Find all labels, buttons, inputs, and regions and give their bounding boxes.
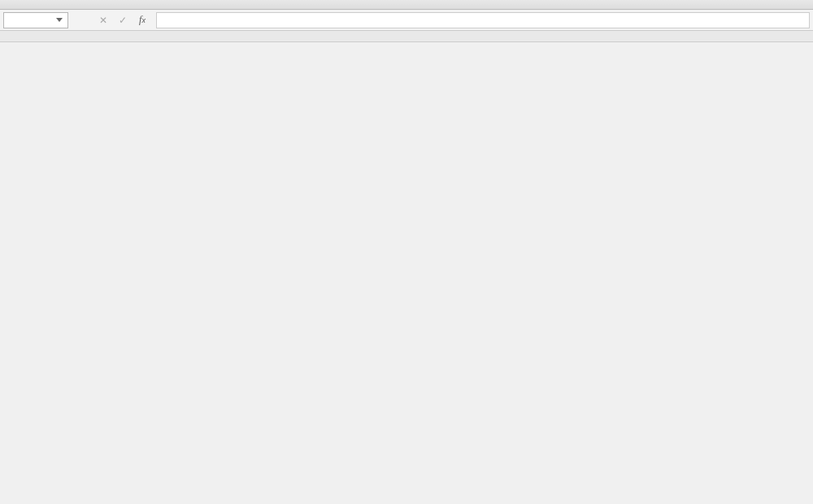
name-box[interactable] (3, 12, 68, 28)
name-box-dropdown-icon[interactable] (56, 18, 63, 22)
name-box-input[interactable] (9, 15, 50, 26)
insert-function-icon[interactable]: fx (133, 12, 151, 28)
confirm-entry-icon: ✓ (114, 12, 132, 28)
formula-bar[interactable] (156, 12, 810, 28)
cancel-entry-icon: ✕ (94, 12, 112, 28)
name-and-formula-row: ✕ ✓ fx (0, 10, 813, 31)
